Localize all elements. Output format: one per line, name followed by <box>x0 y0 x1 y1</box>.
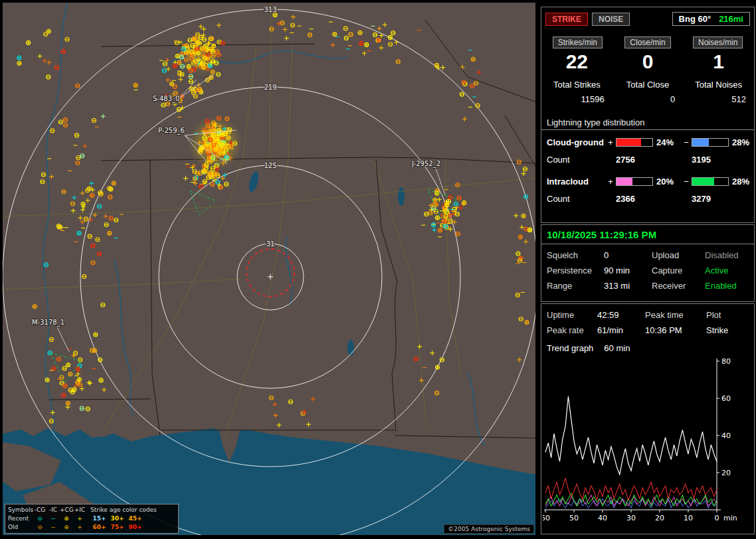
distribution-title: Lightning type distribution <box>541 117 754 130</box>
svg-text:S-483_0: S-483_0 <box>153 95 179 103</box>
svg-text:20: 20 <box>655 514 664 522</box>
peak-rate-label: Peak rate <box>547 325 597 335</box>
lightning-map[interactable]: S-483_0P-259_6J-2952_2M-3178_1 313219125… <box>3 3 535 535</box>
squelch-value: 0 <box>604 250 652 260</box>
total-strikes-col: Total Strikes 11596 <box>541 80 613 104</box>
legend-symbol: − <box>47 523 60 532</box>
trend-graph: 204060806050403020100min <box>543 356 753 523</box>
ic-negative-bar <box>692 177 729 186</box>
legend-symbol: ⊖ <box>33 514 47 523</box>
count-label: Count <box>547 155 605 165</box>
capture-status: Active <box>705 266 753 275</box>
peak-time-value: 10:36 PM <box>645 325 706 335</box>
cg-negative-pct: 28% <box>730 137 756 147</box>
rate-labels-row: Strikes/min Close/min Noises/min <box>541 37 754 48</box>
legend-header-row: Symbols -CG -IC +CG +IC Strike age color… <box>8 506 175 514</box>
bearing-value: Bng 60° <box>679 14 711 24</box>
legend-symbol: ⊕ <box>60 514 73 523</box>
upload-label: Upload <box>652 250 705 260</box>
legend-old-row: Old ⊖−⊕+ 60+75+90+ <box>8 523 175 532</box>
lightning-monitor-app: { "app": { "copyright": "©2005 Astrogeni… <box>0 0 756 539</box>
legend-col-ic-neg: -IC <box>47 506 60 514</box>
rate-values-row: 22 0 1 <box>541 50 754 73</box>
peak-rate-value: 61/min <box>597 325 645 335</box>
ic-negative-count: 3279 <box>692 194 729 204</box>
legend-symbol: ⊕ <box>60 523 73 532</box>
svg-text:30: 30 <box>626 514 636 522</box>
legend-col-cg-pos: +CG <box>60 506 73 514</box>
svg-text:10: 10 <box>684 514 693 522</box>
trend-section: Uptime 42:59 Peak time Plot Peak rate 61… <box>541 303 755 534</box>
legend-recent-label: Recent <box>8 514 33 523</box>
svg-text:0: 0 <box>715 514 719 522</box>
strike-button[interactable]: STRIKE <box>545 13 588 26</box>
legend-recent-row: Recent ⊖−⊕+ 15+30+45+ <box>8 514 175 523</box>
status-panel: STRIKE NOISE Bng 60° 216mi Strikes/min C… <box>539 0 756 539</box>
svg-text:J-2952_2: J-2952_2 <box>411 160 440 168</box>
map-canvas[interactable]: S-483_0P-259_6J-2952_2M-3178_1 313219125… <box>3 3 535 535</box>
ic-positive-count: 2366 <box>616 194 653 204</box>
legend-symbol: + <box>73 514 86 523</box>
svg-text:M-3178_1: M-3178_1 <box>32 319 64 327</box>
uptime-label: Uptime <box>547 310 597 320</box>
plus-sign: + <box>607 137 614 147</box>
copyright-notice: ©2005 Astrogenic Systems <box>444 524 534 534</box>
counters-section: STRIKE NOISE Bng 60° 216mi Strikes/min C… <box>541 7 755 223</box>
svg-text:40: 40 <box>598 514 607 522</box>
svg-text:60: 60 <box>721 394 731 403</box>
upload-status: Disabled <box>705 250 753 260</box>
intracloud-count-row: Count 2366 3279 <box>547 194 749 204</box>
total-strikes-label: Total Strikes <box>547 80 607 90</box>
legend-recent-symbols: ⊖−⊕+ <box>33 514 86 523</box>
totals-row: Total Strikes 11596 Total Close 0 Total … <box>541 80 754 104</box>
intracloud-row: Intracloud + 20% − 28% <box>547 177 749 187</box>
legend-age-value: 75+ <box>108 523 126 532</box>
legend-col-ic-pos: +IC <box>73 506 86 514</box>
squelch-label: Squelch <box>547 250 604 260</box>
legend-symbols-header: Symbols <box>8 506 33 514</box>
stats-grid: Uptime 42:59 Peak time Plot Peak rate 61… <box>541 304 754 335</box>
ic-negative-pct: 28% <box>730 177 756 187</box>
bearing-distance: 216mi <box>719 14 743 24</box>
close-per-min-button[interactable]: Close/min <box>624 37 670 48</box>
legend-recent-ages: 15+30+45+ <box>86 514 144 523</box>
bearing-display: Bng 60° 216mi <box>672 12 750 26</box>
svg-text:50: 50 <box>569 514 579 522</box>
noise-button[interactable]: NOISE <box>592 13 630 26</box>
range-label: Range <box>547 281 604 291</box>
total-noises-label: Total Noises <box>688 80 749 90</box>
range-value: 313 mi <box>604 281 652 291</box>
datetime-display: 10/18/2025 11:29:16 PM <box>541 225 754 244</box>
close-per-min-value: 0 <box>613 50 683 73</box>
legend-col-cg-neg: -CG <box>33 506 47 514</box>
legend-age-value: 30+ <box>108 514 126 523</box>
total-close-col: Total Close 0 <box>613 80 684 104</box>
legend-age-value: 15+ <box>90 514 108 523</box>
trend-window-value: 60 min <box>604 343 630 353</box>
peak-time-label: Peak time <box>645 310 706 320</box>
uptime-value: 42:59 <box>597 310 645 320</box>
status-grid: Squelch 0 Upload Disabled Persistence 90… <box>541 244 754 291</box>
legend-symbol: ⊖ <box>33 523 47 532</box>
legend-old-ages: 60+75+90+ <box>86 523 144 532</box>
legend-age-value: 60+ <box>90 523 108 532</box>
mode-buttons-row: STRIKE NOISE Bng 60° 216mi <box>541 7 754 26</box>
strikes-per-min-button[interactable]: Strikes/min <box>553 37 603 48</box>
cg-negative-count: 3195 <box>692 155 729 165</box>
receiver-label: Receiver <box>652 281 705 291</box>
svg-text:P-259_6: P-259_6 <box>158 127 185 135</box>
legend-old-symbols: ⊖−⊕+ <box>33 523 86 532</box>
svg-text:20: 20 <box>721 469 731 477</box>
svg-text:31: 31 <box>266 240 275 248</box>
system-status-section: 10/18/2025 11:29:16 PM Squelch 0 Upload … <box>541 224 755 302</box>
cloud-ground-label: Cloud-ground <box>547 137 605 147</box>
cloud-ground-count-row: Count 2756 3195 <box>547 155 749 165</box>
noises-per-min-button[interactable]: Noises/min <box>693 37 743 48</box>
cg-negative-bar <box>692 138 729 147</box>
total-noises-col: Total Noises 512 <box>683 80 754 104</box>
plot-label: Plot <box>706 310 746 320</box>
total-close-label: Total Close <box>618 80 678 90</box>
legend-symbol: + <box>73 523 86 532</box>
cg-positive-count: 2756 <box>616 155 653 165</box>
minus-sign: − <box>682 177 690 187</box>
